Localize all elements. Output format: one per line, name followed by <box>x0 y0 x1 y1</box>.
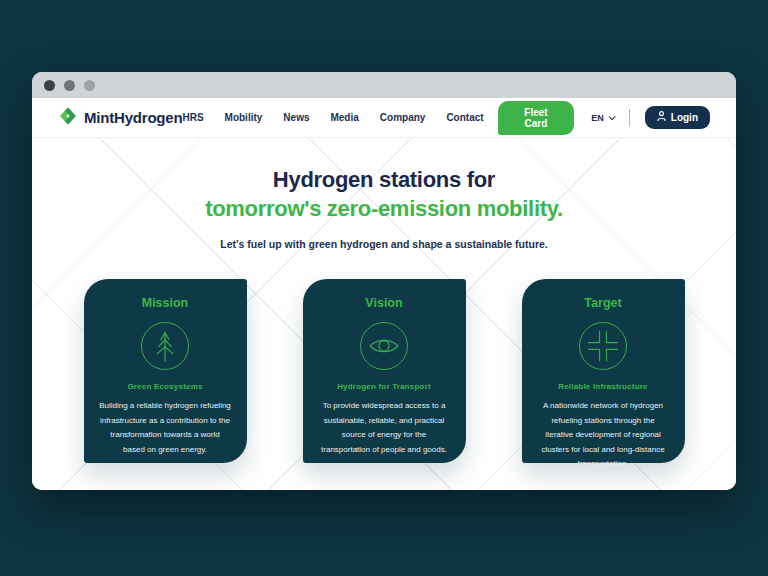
card-title: Vision <box>314 296 455 310</box>
language-selector[interactable]: EN <box>591 113 614 123</box>
brand-logo-icon <box>58 106 78 130</box>
brand-logo[interactable]: MintHydrogen <box>58 106 182 130</box>
card-tagline: Reliable Infrastructure <box>533 382 674 391</box>
mission-card: Mission Green Ecosystems Building a reli… <box>84 279 247 463</box>
window-minimize-button[interactable] <box>64 80 75 91</box>
window-maximize-button[interactable] <box>84 80 95 91</box>
person-icon <box>657 111 666 123</box>
hero-subtitle: Let's fuel up with green hydrogen and sh… <box>32 238 736 250</box>
browser-titlebar <box>32 72 736 98</box>
card-title: Mission <box>95 296 236 310</box>
card-body-text: A nationwide network of hydrogen refueli… <box>533 399 674 472</box>
header-divider <box>629 109 630 126</box>
tree-icon <box>141 322 189 370</box>
fleet-card-button[interactable]: Fleet Card <box>498 101 575 135</box>
window-close-button[interactable] <box>44 80 55 91</box>
card-body-text: Building a reliable hydrogen refueling i… <box>95 399 236 457</box>
nav-item-company[interactable]: Company <box>380 112 426 123</box>
card-tagline: Green Ecosystems <box>95 382 236 391</box>
hero-section: Hydrogen stations for tomorrow's zero-em… <box>32 165 736 250</box>
language-label: EN <box>591 113 604 123</box>
target-card: Target Reliable Infrastructure A nationw… <box>522 279 685 463</box>
site-header: MintHydrogen HRS Mobility News Media Com… <box>32 98 736 138</box>
login-button[interactable]: Login <box>645 106 710 129</box>
nav-item-hrs[interactable]: HRS <box>182 112 203 123</box>
vision-card: Vision Hydrogen for Transport To provide… <box>303 279 466 463</box>
eye-icon <box>360 322 408 370</box>
card-tagline: Hydrogen for Transport <box>314 382 455 391</box>
nav-item-mobility[interactable]: Mobility <box>225 112 263 123</box>
nav-item-news[interactable]: News <box>283 112 309 123</box>
hero-title-line1: Hydrogen stations for <box>32 165 736 194</box>
hero-title-line2: tomorrow's zero-emission mobility. <box>32 194 736 223</box>
card-body-text: To provide widespread access to a sustai… <box>314 399 455 457</box>
card-title: Target <box>533 296 674 310</box>
brand-name: MintHydrogen <box>84 109 182 126</box>
browser-window: MintHydrogen HRS Mobility News Media Com… <box>32 72 736 490</box>
intersection-icon <box>579 322 627 370</box>
chevron-down-icon <box>608 113 615 120</box>
nav-item-media[interactable]: Media <box>330 112 358 123</box>
nav-item-contact[interactable]: Contact <box>446 112 483 123</box>
main-nav: HRS Mobility News Media Company Contact <box>182 112 483 123</box>
info-cards-row: Mission Green Ecosystems Building a reli… <box>32 279 736 463</box>
login-label: Login <box>671 112 698 123</box>
webpage: MintHydrogen HRS Mobility News Media Com… <box>32 98 736 490</box>
